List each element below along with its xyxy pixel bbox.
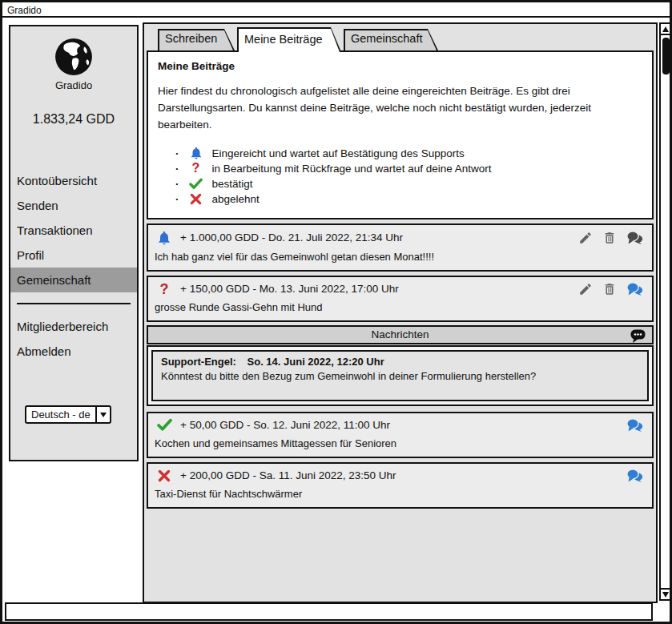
- account-balance: 1.833,24 GDD: [10, 112, 137, 127]
- messages-list: Support-Engel: So. 14. Juni 2022, 12:20 …: [147, 345, 654, 406]
- status-legend: Eingereicht und wartet auf Bestätigung d…: [175, 146, 642, 207]
- message-author: Support-Engel:: [161, 356, 236, 368]
- sidebar-item-mitgliederbereich[interactable]: Mitgliederbereich: [10, 314, 137, 339]
- contribution-entry: + 1.000,00 GDD - Do. 21. Juli 2022, 21:3…: [147, 223, 654, 272]
- tab-label: Schreiben: [158, 29, 235, 45]
- status-bar: [5, 602, 653, 621]
- trash-icon[interactable]: [602, 282, 617, 296]
- chevron-down-icon: [100, 413, 107, 421]
- cross-icon: [155, 469, 174, 482]
- main-panel: Schreiben Meine Beiträge Gemeinschaft Me…: [143, 22, 658, 603]
- legend-text: bestätigt: [212, 176, 253, 191]
- sidebar-menu-secondary: Mitgliederbereich Abmelden: [10, 314, 137, 364]
- sidebar-menu: Kontoübersicht Senden Transaktionen Prof…: [10, 168, 137, 292]
- sidebar-item-abmelden[interactable]: Abmelden: [10, 339, 137, 364]
- window-title: Gradido: [7, 5, 42, 16]
- cross-icon: [187, 193, 205, 205]
- message-item: Support-Engel: So. 14. Juni 2022, 12:20 …: [151, 350, 649, 401]
- tab-content-intro: Meine Beiträge Hier findest du chronolog…: [147, 50, 654, 219]
- language-select-value: Deutsch - de: [26, 409, 95, 421]
- contribution-entry: ? + 150,00 GDD - Mo. 13. Juni 2022, 17:0…: [147, 276, 654, 322]
- entry-header: + 200,00 GDD - Sa. 11. Juni 2022, 23:50 …: [148, 464, 652, 483]
- sidebar-divider: [17, 303, 131, 304]
- entry-actions: [626, 469, 643, 483]
- messages-header: Nachrichten: [147, 325, 654, 344]
- tab-gemeinschaft[interactable]: Gemeinschaft: [344, 29, 438, 50]
- globe-icon: [54, 37, 94, 77]
- trash-icon[interactable]: [602, 231, 617, 245]
- edit-icon[interactable]: [578, 231, 593, 245]
- entry-amount-date: + 1.000,00 GDD - Do. 21. Juli 2022, 21:3…: [180, 231, 403, 244]
- contribution-entry: + 200,00 GDD - Sa. 11. Juni 2022, 23:50 …: [147, 462, 654, 509]
- legend-text: Eingereicht und wartet auf Bestätigung d…: [212, 146, 465, 161]
- sidebar-item-senden[interactable]: Senden: [10, 193, 137, 218]
- message-datetime: So. 14. Juni 2022, 12:20 Uhr: [247, 356, 384, 368]
- window-titlebar: Gradido: [2, 2, 670, 18]
- entry-amount-date: + 150,00 GDD - Mo. 13. Juni 2022, 17:00 …: [180, 283, 399, 295]
- sidebar-item-gemeinschaft[interactable]: Gemeinschaft: [10, 268, 137, 292]
- message-text: Könntest du bitte den Bezug zum Gemeinwo…: [161, 370, 639, 382]
- scrollbar-thumb[interactable]: [662, 38, 670, 74]
- tab-schreiben[interactable]: Schreiben: [158, 29, 235, 50]
- sidebar-item-transaktionen[interactable]: Transaktionen: [10, 218, 137, 243]
- chat-icon[interactable]: [626, 282, 643, 296]
- legend-item-confirmed: bestätigt: [175, 176, 642, 191]
- app-window: Gradido Gradido 1.833,24 GDD Kontoübersi…: [0, 0, 672, 624]
- sidebar: Gradido 1.833,24 GDD Kontoübersicht Send…: [9, 25, 139, 461]
- entry-memo: Kochen und gemeinsames Mittagessen für S…: [148, 433, 652, 457]
- tab-meine-beitraege[interactable]: Meine Beiträge: [237, 27, 341, 52]
- entry-amount-date: + 200,00 GDD - Sa. 11. Juni 2022, 23:50 …: [180, 469, 396, 481]
- scroll-down-button[interactable]: [661, 588, 670, 599]
- bell-icon: [187, 146, 205, 160]
- contribution-entry: + 50,00 GDD - So. 12. Juni 2022, 11:00 U…: [147, 412, 654, 458]
- entry-memo: grosse Runde Gassi-Gehn mit Hund: [148, 296, 652, 320]
- check-icon: [155, 418, 174, 432]
- entry-header: ? + 150,00 GDD - Mo. 13. Juni 2022, 17:0…: [148, 277, 652, 296]
- triangle-down-icon: [662, 592, 669, 601]
- messages-title: Nachrichten: [371, 328, 429, 340]
- check-icon: [187, 178, 205, 190]
- sidebar-item-profil[interactable]: Profil: [10, 243, 137, 268]
- question-icon: ?: [155, 282, 174, 296]
- page-title: Meine Beiträge: [158, 60, 642, 72]
- entry-actions: [578, 231, 643, 245]
- tab-bar: Schreiben Meine Beiträge Gemeinschaft: [144, 24, 656, 50]
- entry-actions: [578, 282, 643, 296]
- scroll-up-button[interactable]: [661, 24, 670, 35]
- edit-icon[interactable]: [578, 282, 593, 296]
- tab-label: Meine Beiträge: [237, 27, 341, 46]
- legend-item-pending: Eingereicht und wartet auf Bestätigung d…: [175, 146, 642, 161]
- entry-amount-date: + 50,00 GDD - So. 12. Juni 2022, 11:00 U…: [180, 419, 390, 431]
- vertical-scrollbar[interactable]: [659, 22, 672, 601]
- entry-header: + 1.000,00 GDD - Do. 21. Juli 2022, 21:3…: [148, 225, 652, 246]
- question-icon: ?: [187, 162, 205, 175]
- entry-actions: [626, 418, 643, 433]
- chat-dots-icon[interactable]: [630, 328, 646, 344]
- language-select[interactable]: Deutsch - de: [25, 405, 111, 424]
- chat-icon[interactable]: [626, 231, 643, 245]
- chat-icon[interactable]: [626, 418, 643, 433]
- legend-item-query: ? in Bearbeitung mit Rückfrage und warte…: [175, 161, 642, 176]
- sidebar-item-kontouebersicht[interactable]: Kontoübersicht: [10, 168, 137, 193]
- bell-icon: [155, 230, 174, 246]
- legend-text: in Bearbeitung mit Rückfrage und wartet …: [212, 161, 492, 176]
- chat-icon[interactable]: [626, 469, 643, 483]
- triangle-up-icon: [662, 23, 669, 32]
- legend-item-denied: abgelehnt: [175, 191, 642, 207]
- intro-text: Hier findest du chronologisch aufgeliste…: [158, 83, 648, 134]
- entry-memo: Taxi-Dienst für Nachtschwärmer: [148, 483, 652, 507]
- legend-text: abgelehnt: [212, 191, 260, 207]
- brand-label: Gradido: [10, 79, 137, 91]
- entry-memo: Ich hab ganz viel für das Gemeinwohl get…: [148, 246, 652, 270]
- language-select-arrow[interactable]: [95, 407, 110, 422]
- tab-label: Gemeinschaft: [344, 29, 438, 45]
- entry-header: + 50,00 GDD - So. 12. Juni 2022, 11:00 U…: [148, 413, 652, 433]
